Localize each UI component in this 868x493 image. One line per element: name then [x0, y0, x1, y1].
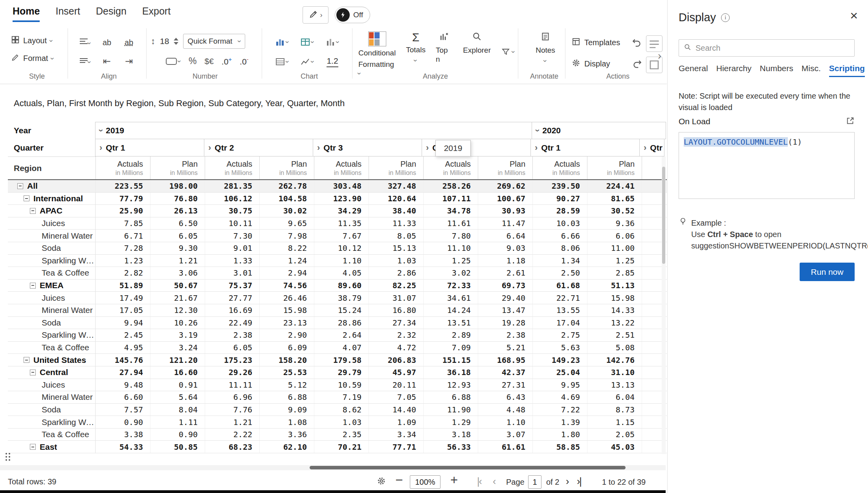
row-label[interactable]: Tea & Coffee [8, 429, 95, 441]
table-cell[interactable]: 2.89 [423, 329, 478, 341]
table-cell[interactable]: 1.25 [587, 255, 642, 267]
table-cell[interactable]: 15.98 [259, 304, 314, 316]
table-cell[interactable]: 51.13 [587, 280, 642, 292]
table-cell[interactable]: 3.01 [205, 267, 259, 279]
table-cell[interactable]: 5.12 [259, 379, 314, 391]
table-cell[interactable]: 17.05 [95, 304, 150, 316]
table-cell[interactable]: 262.78 [259, 180, 314, 192]
collapse-icon[interactable] [30, 208, 36, 214]
row-label[interactable]: International [8, 193, 95, 205]
table-cell[interactable]: 56.33 [423, 441, 478, 453]
table-cell[interactable]: 4.48 [478, 404, 532, 416]
table-cell[interactable]: 2.75 [532, 329, 587, 341]
table-row[interactable]: Soda9.9410.2622.4923.1328.8627.3413.5119… [8, 317, 667, 329]
table-cell[interactable]: 45.03 [587, 441, 642, 453]
currency-button[interactable]: $€ [204, 57, 213, 66]
quarter-header-cell[interactable]: ›Qtr [639, 139, 664, 156]
table-cell[interactable]: 11.61 [423, 217, 478, 230]
table-cell[interactable]: 6.05 [150, 230, 205, 242]
panel-search[interactable] [679, 39, 855, 57]
tab-hierarchy[interactable]: Hierarchy [716, 64, 752, 77]
table-cell[interactable]: 6.71 [95, 230, 150, 242]
expand-editor-icon[interactable] [846, 116, 855, 127]
bar-chart-button[interactable]: › [275, 38, 289, 46]
table-cell[interactable]: 8.62 [314, 404, 369, 416]
table-cell[interactable]: 82.25 [369, 280, 423, 292]
table-cell[interactable]: 5.08 [587, 342, 642, 354]
collapse-icon[interactable] [30, 444, 36, 450]
table-cell[interactable]: 16.69 [205, 304, 259, 316]
table-cell[interactable]: 2.90 [259, 329, 314, 341]
table-cell[interactable]: 19.28 [478, 317, 532, 329]
table-cell[interactable]: 2.22 [205, 429, 259, 441]
table-cell[interactable]: 10.26 [150, 317, 205, 329]
row-label[interactable]: Sparkling Wa... [8, 416, 95, 428]
table-cell[interactable]: 9.65 [259, 217, 314, 230]
table-cell[interactable]: 12.93 [423, 379, 478, 391]
filter-button[interactable]: › [501, 47, 515, 57]
table-cell[interactable]: 1.10 [314, 255, 369, 267]
close-icon[interactable]: × [850, 9, 858, 22]
table-cell[interactable]: 45.97 [369, 366, 423, 379]
row-label[interactable]: East [8, 441, 95, 453]
horizontal-scrollbar[interactable] [0, 465, 666, 470]
table-row[interactable]: Sparkling Wa...0.901.111.211.081.031.091… [8, 416, 667, 429]
table-row[interactable]: All223.55198.00281.35262.78303.48327.482… [8, 180, 667, 193]
horizontal-scrollbar-thumb[interactable] [310, 466, 626, 469]
undo-button[interactable] [632, 38, 642, 48]
table-row[interactable]: Mineral Water6.605.646.966.887.197.056.8… [8, 391, 667, 404]
table-cell[interactable]: 6.60 [95, 391, 150, 403]
table-cell[interactable]: 34.29 [314, 205, 369, 217]
wrap-text-button[interactable]: ab [103, 38, 111, 47]
table-cell[interactable]: 42.37 [478, 366, 532, 379]
table-cell[interactable]: 28.59 [532, 205, 587, 217]
table-cell[interactable]: 1.18 [478, 255, 532, 267]
table-cell[interactable]: 120.64 [369, 193, 423, 205]
collapse-icon[interactable] [30, 370, 36, 375]
table-cell[interactable]: 6.04 [587, 391, 642, 403]
table-cell[interactable]: 61.68 [532, 280, 587, 292]
table-cell[interactable]: 121.20 [150, 354, 205, 366]
table-cell[interactable]: 4.72 [369, 342, 423, 354]
table-cell[interactable]: 3.36 [259, 429, 314, 441]
table-cell[interactable]: 2.50 [532, 267, 587, 279]
measure-header-cell[interactable]: Actualsin Millions [423, 156, 478, 179]
table-cell[interactable]: 31.07 [369, 292, 423, 304]
table-cell[interactable]: 4.07 [314, 342, 369, 354]
table-cell[interactable]: 8.73 [587, 404, 642, 416]
table-cell[interactable]: 17.04 [532, 317, 587, 329]
table-cell[interactable]: 8.05 [369, 230, 423, 242]
year-header-cell[interactable]: ›2020 [532, 122, 666, 139]
table-cell[interactable]: 14.33 [587, 304, 642, 316]
table-cell[interactable]: 142.76 [587, 354, 642, 366]
table-cell[interactable]: 30.93 [478, 205, 532, 217]
drag-handle[interactable] [6, 453, 10, 461]
panel-collapse-chevron[interactable]: › [658, 50, 661, 62]
table-row[interactable]: Sparkling Wa...2.453.192.382.902.642.322… [8, 329, 667, 342]
table-cell[interactable]: 104.58 [259, 193, 314, 205]
font-size-value[interactable]: 18 [160, 37, 169, 46]
table-cell[interactable]: 1.33 [205, 255, 259, 267]
table-cell[interactable]: 13.51 [423, 317, 478, 329]
table-cell[interactable]: 13.55 [532, 304, 587, 316]
table-cell[interactable]: 31.10 [587, 366, 642, 379]
display-button[interactable]: Display [571, 58, 610, 70]
table-cell[interactable]: 1.25 [423, 255, 478, 267]
collapse-icon[interactable] [17, 183, 23, 189]
table-cell[interactable]: 2.05 [587, 429, 642, 441]
table-cell[interactable]: 54.33 [95, 441, 150, 453]
table-cell[interactable]: 11.33 [369, 217, 423, 230]
table-cell[interactable]: 8.22 [259, 242, 314, 254]
table-cell[interactable]: 9.94 [95, 317, 150, 329]
table-cell[interactable]: 13.47 [478, 304, 532, 316]
collapse-icon[interactable] [24, 195, 29, 201]
table-cell[interactable]: 25.53 [259, 366, 314, 379]
table-cell[interactable]: 81.65 [587, 193, 642, 205]
table-cell[interactable]: 5.21 [478, 342, 532, 354]
measure-header-cell[interactable]: Actualsin Millions [314, 156, 369, 179]
table-cell[interactable]: 2.61 [478, 267, 532, 279]
tab-design[interactable]: Design [96, 6, 127, 22]
table-cell[interactable]: 5.63 [532, 342, 587, 354]
table-cell[interactable]: 25.90 [95, 205, 150, 217]
row-label[interactable]: EMEA [8, 280, 95, 292]
